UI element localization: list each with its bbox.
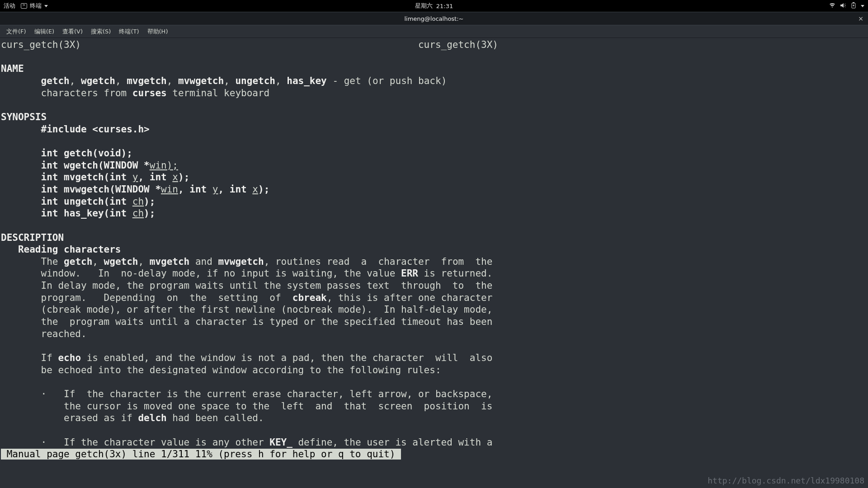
chevron-down-icon (44, 5, 48, 7)
p5: (cbreak mode), or after the first newlin… (41, 304, 493, 315)
menu-help[interactable]: 帮助(H) (144, 26, 172, 37)
syn-mvgetch-e: ); (178, 172, 189, 183)
app-menu-label: 终端 (30, 2, 42, 10)
p1-mvwgetch: mvwgetch (218, 256, 264, 267)
syn-include: #include <curses.h> (41, 124, 150, 135)
app-menu[interactable]: 终端 (21, 2, 48, 10)
syn-mvwgetch-y: y (212, 184, 218, 195)
p2b: is returned. (418, 268, 492, 279)
clock[interactable]: 星期六 21:31 (415, 2, 453, 10)
syn-wgetch-a: int wgetch(WINDOW * (41, 160, 150, 171)
p8-echo: echo (58, 352, 81, 363)
chevron-down-icon (861, 5, 864, 7)
system-tray[interactable] (829, 2, 864, 10)
syn-mvwgetch-c2: , int (218, 184, 252, 195)
watermark: http://blog.csdn.net/ldx19980108 (708, 476, 864, 485)
syn-ungetch-a: int ungetch(int (41, 196, 132, 207)
name-desc1: - get (or push back) (327, 75, 447, 86)
menu-search[interactable]: 搜索(S) (87, 26, 114, 37)
syn-mvwgetch-e: ); (258, 184, 269, 195)
p2a: window. In no-delay mode, if no input is… (41, 268, 401, 279)
section-name: NAME (1, 63, 24, 74)
section-synopsis: SYNOPSIS (1, 112, 47, 122)
fn-getch: getch (41, 75, 70, 86)
syn-mvgetch-y: y (132, 172, 138, 183)
terminal-menubar: 文件(F) 编辑(E) 查看(V) 搜索(S) 终端(T) 帮助(H) (0, 25, 868, 38)
syn-mvwgetch-w: win (161, 184, 178, 195)
name-desc2a: characters from (41, 88, 132, 99)
p2-err: ERR (401, 268, 418, 279)
syn-mvwgetch-c1: , int (178, 184, 212, 195)
syn-mvgetch-c: , int (138, 172, 172, 183)
b2a: · If the character value is any other (41, 437, 270, 448)
p7: reached. (41, 328, 87, 339)
activities-button[interactable]: 活动 (4, 2, 15, 10)
fn-haskey: has_key (287, 75, 327, 86)
fn-ungetch: ungetch (235, 75, 275, 86)
p1-rest: , routines read a character from the (264, 256, 493, 267)
battery-icon (851, 2, 856, 10)
fn-mvwgetch: mvwgetch (178, 75, 224, 86)
p8a: If (41, 352, 58, 363)
man-header-right: curs_getch(3X) (418, 39, 498, 50)
time-label: 21:31 (436, 3, 453, 9)
menu-file[interactable]: 文件(F) (3, 26, 30, 37)
syn-wgetch-win: win); (150, 160, 178, 171)
syn-haskey-e: ); (144, 208, 155, 219)
wifi-icon (829, 3, 835, 9)
volume-icon (840, 3, 846, 9)
window-title: limeng@localhost:~ (404, 15, 463, 22)
window-titlebar[interactable]: limeng@localhost:~ × (0, 12, 868, 25)
curses-word: curses (132, 88, 167, 99)
fn-mvgetch: mvgetch (127, 75, 167, 86)
syn-haskey-ch: ch (132, 208, 144, 219)
b1-delch: delch (138, 413, 166, 423)
syn-mvwgetch-x: x (252, 184, 258, 195)
syn-ungetch-ch: ch (132, 196, 144, 207)
syn-haskey-a: int has_key(int (41, 208, 132, 219)
p4b: , this is after one character (327, 292, 493, 303)
b1b: the cursor is moved one space to the lef… (41, 401, 493, 412)
syn-mvwgetch-a: int mvwgetch(WINDOW * (41, 184, 161, 195)
terminal-icon (21, 3, 27, 9)
b2b: define, the user is alerted with a (292, 437, 493, 448)
p4a: program. Depending on the setting of (41, 292, 292, 303)
p1-mvgetch: mvgetch (150, 256, 190, 267)
gnome-topbar: 活动 终端 星期六 21:31 (0, 0, 868, 12)
p1-and: and (189, 256, 218, 267)
p4-cbreak: cbreak (292, 292, 327, 303)
b2-key: KEY_ (269, 437, 292, 448)
p6: the program waits until a character is t… (41, 316, 493, 327)
terminal-content[interactable]: curs_getch(3X) curs_getch(3X) NAME getch… (0, 38, 868, 460)
menu-terminal[interactable]: 终端(T) (115, 26, 142, 37)
p3: In delay mode, the program waits until t… (41, 280, 493, 291)
close-icon[interactable]: × (858, 15, 863, 22)
name-desc2b: terminal keyboard (167, 88, 270, 99)
p1-getch: getch (64, 256, 92, 267)
subsection-reading: Reading characters (18, 244, 121, 255)
p1-wgetch: wgetch (104, 256, 138, 267)
b1c1: erased as if (41, 413, 138, 423)
p8b: is enabled, and the window is not a pad,… (81, 352, 492, 363)
man-header-left: curs_getch(3X) (1, 39, 81, 50)
syn-getch: int getch(void); (41, 148, 132, 159)
p1-the: The (41, 256, 64, 267)
p9: be echoed into the designated window acc… (41, 365, 441, 375)
syn-ungetch-e: ); (144, 196, 155, 207)
syn-mvgetch-a: int mvgetch(int (41, 172, 132, 183)
svg-rect-1 (853, 2, 854, 3)
b1c2: had been called. (167, 413, 264, 423)
menu-edit[interactable]: 编辑(E) (31, 26, 58, 37)
pager-status: Manual page getch(3x) line 1/311 11% (pr… (1, 449, 401, 460)
syn-mvgetch-x: x (172, 172, 178, 183)
b1a: · If the character is the current erase … (41, 389, 493, 399)
fn-wgetch: wgetch (81, 75, 115, 86)
date-label: 星期六 (415, 2, 433, 10)
menu-view[interactable]: 查看(V) (59, 26, 86, 37)
section-description: DESCRIPTION (1, 232, 64, 243)
